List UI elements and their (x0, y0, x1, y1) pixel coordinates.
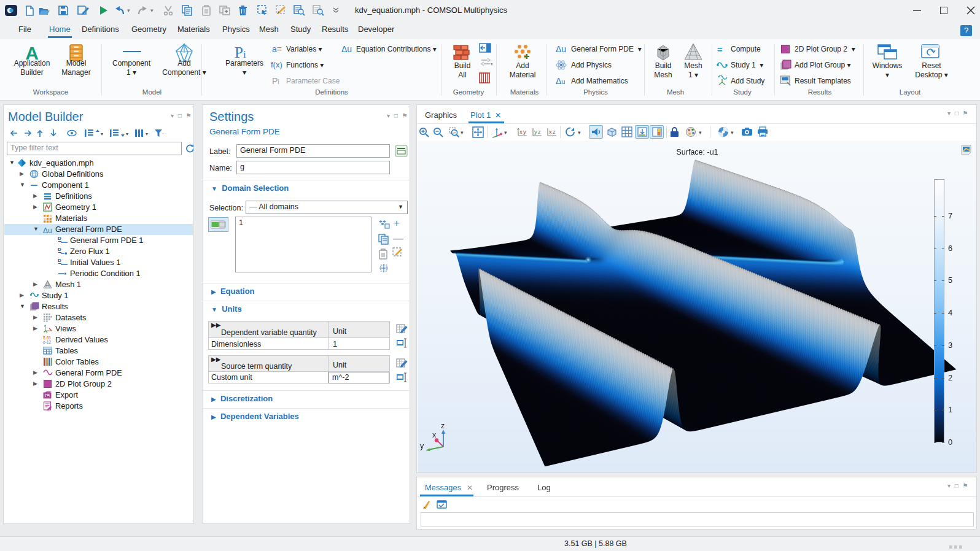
svg-text:▾: ▾ (126, 131, 128, 137)
svg-text:z: z (441, 422, 445, 430)
svg-text:z: z (538, 128, 541, 135)
svg-text:D: D (58, 247, 61, 252)
svg-text:▾: ▾ (101, 131, 103, 137)
svg-text:▾: ▾ (491, 61, 492, 66)
svg-text:e-12: e-12 (43, 340, 51, 344)
svg-text:▾: ▾ (163, 131, 163, 137)
svg-text:x: x (432, 431, 437, 439)
svg-text:8.85: 8.85 (43, 336, 51, 340)
svg-text:y: y (420, 442, 424, 450)
svg-text:y: y (523, 128, 526, 135)
svg-text:D: D (58, 258, 61, 263)
svg-text:x: x (549, 128, 552, 135)
svg-text:z: z (553, 128, 556, 135)
svg-text:D: D (58, 236, 61, 241)
svg-text:x: x (519, 128, 523, 135)
svg-text:▾: ▾ (146, 131, 148, 137)
svg-text:y: y (534, 128, 537, 135)
